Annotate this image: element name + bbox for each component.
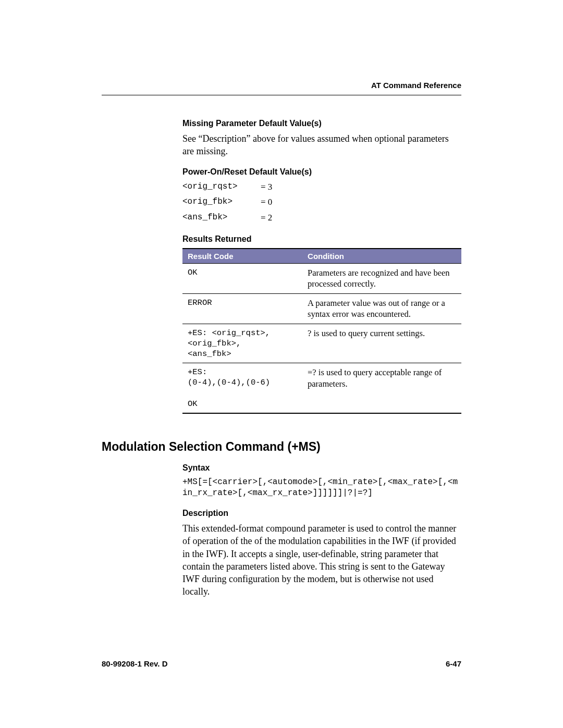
- result-condition: ? is used to query current settings.: [302, 324, 461, 363]
- table-row: OK Parameters are recognized and have be…: [182, 263, 461, 293]
- default-row: <orig_rqst> = 3: [182, 181, 461, 193]
- default-value: = 2: [261, 212, 272, 224]
- table-row: +ES: <orig_rqst>, <orig_fbk>, <ans_fbk> …: [182, 324, 461, 363]
- results-table: Result Code Condition OK Parameters are …: [182, 248, 461, 414]
- syntax-heading: Syntax: [182, 463, 461, 473]
- result-code: +ES: <orig_rqst>, <orig_fbk>, <ans_fbk>: [182, 324, 302, 363]
- default-param: <ans_fbk>: [182, 212, 261, 224]
- table-row: +ES: (0-4),(0-4),(0-6) OK =? is used to …: [182, 363, 461, 413]
- result-code: OK: [182, 263, 302, 293]
- default-param: <orig_rqst>: [182, 181, 261, 193]
- footer-doc-id: 80-99208-1 Rev. D: [102, 659, 167, 668]
- default-param: <orig_fbk>: [182, 196, 261, 208]
- description-heading: Description: [182, 509, 461, 518]
- table-row: ERROR A parameter value was out of range…: [182, 293, 461, 324]
- results-header-condition: Condition: [302, 249, 461, 264]
- result-condition: A parameter value was out of range or a …: [302, 293, 461, 324]
- result-code: +ES: (0-4),(0-4),(0-6) OK: [182, 363, 302, 413]
- missing-params-heading: Missing Parameter Default Value(s): [182, 119, 461, 128]
- results-heading: Results Returned: [182, 235, 461, 244]
- result-condition: =? is used to query acceptable range of …: [302, 363, 461, 413]
- default-row: <orig_fbk> = 0: [182, 196, 461, 208]
- header-category: AT Command Reference: [102, 81, 461, 95]
- footer-page-number: 6-47: [446, 659, 461, 668]
- default-value: = 3: [261, 181, 272, 193]
- syntax-code: +MS[=[<carrier>[,<automode>[,<min_rate>[…: [182, 477, 461, 499]
- defaults-table: <orig_rqst> = 3 <orig_fbk> = 0 <ans_fbk>…: [182, 181, 461, 224]
- result-condition: Parameters are recognized and have been …: [302, 263, 461, 293]
- description-text: This extended-format compound parameter …: [182, 522, 461, 598]
- missing-params-text: See “Description” above for values assum…: [182, 132, 461, 158]
- result-code: ERROR: [182, 293, 302, 324]
- default-value: = 0: [261, 196, 272, 208]
- footer: 80-99208-1 Rev. D 6-47: [102, 659, 461, 668]
- section-title: Modulation Selection Command (+MS): [102, 440, 461, 454]
- default-row: <ans_fbk> = 2: [182, 212, 461, 224]
- power-on-heading: Power-On/Reset Default Value(s): [182, 167, 461, 177]
- results-header-code: Result Code: [182, 249, 302, 264]
